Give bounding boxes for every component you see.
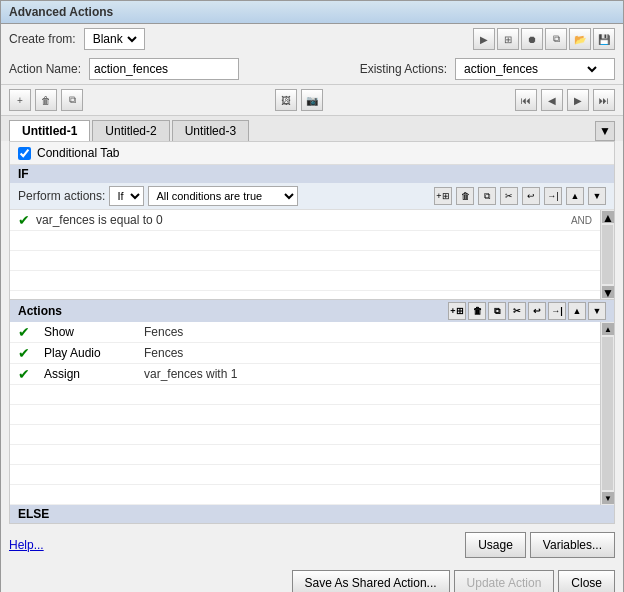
add-table-icon[interactable]: ⊞	[497, 28, 519, 50]
perform-label: Perform actions:	[18, 189, 105, 203]
act-scrollbar-up[interactable]: ▲	[602, 323, 614, 335]
act-cut-icon[interactable]: ✂	[508, 302, 526, 320]
screenshot-button[interactable]: 🖼	[275, 89, 297, 111]
action-name-row: Action Name: Existing Actions: action_fe…	[1, 54, 623, 84]
actions-scrollbar[interactable]: ▲ ▼	[600, 322, 614, 505]
add-button[interactable]: +	[9, 89, 31, 111]
play-icon[interactable]: ▶	[473, 28, 495, 50]
duplicate-button[interactable]: ⧉	[61, 89, 83, 111]
condition-text: var_fences is equal to 0	[36, 213, 571, 227]
perform-select[interactable]: If	[109, 186, 144, 206]
action-name-2: Assign	[44, 367, 144, 381]
conditions-list: ✔ var_fences is equal to 0 AND	[10, 210, 600, 299]
close-button[interactable]: Close	[558, 570, 615, 592]
act-add-icon[interactable]: +⊞	[448, 302, 466, 320]
cond-indent-icon[interactable]: →|	[544, 187, 562, 205]
create-from-label: Create from:	[9, 32, 76, 46]
action-check-0: ✔	[18, 324, 38, 340]
tab-dropdown-button[interactable]: ▼	[595, 121, 615, 141]
action-detail-2: var_fences with 1	[144, 367, 592, 381]
next-button[interactable]: ▶	[567, 89, 589, 111]
act-scrollbar-down[interactable]: ▼	[602, 492, 614, 504]
second-toolbar: + 🗑 ⧉ 🖼 📷 ⏮ ◀ ▶ ⏭	[1, 84, 623, 116]
update-action-button[interactable]: Update Action	[454, 570, 555, 592]
condition-check: ✔	[18, 212, 30, 228]
delete-button[interactable]: 🗑	[35, 89, 57, 111]
tab-untitled-2[interactable]: Untitled-2	[92, 120, 169, 141]
top-toolbar: Create from: Blank ▶ ⊞ ⏺ ⧉ 📂 💾	[1, 24, 623, 54]
conditional-tab-row: Conditional Tab	[10, 142, 614, 165]
condition-empty-1	[10, 231, 600, 251]
record-icon[interactable]: ⏺	[521, 28, 543, 50]
right-buttons: Usage Variables...	[465, 532, 615, 558]
action-empty-5	[10, 465, 600, 485]
scrollbar-up[interactable]: ▲	[602, 211, 614, 223]
first-button[interactable]: ⏮	[515, 89, 537, 111]
existing-actions-select[interactable]: action_fences	[455, 58, 615, 80]
condition-row: ✔ var_fences is equal to 0 AND	[10, 210, 600, 231]
conditional-tab-checkbox[interactable]	[18, 147, 31, 160]
cond-undo-icon[interactable]: ↩	[522, 187, 540, 205]
action-detail-1: Fences	[144, 346, 592, 360]
action-name-input[interactable]	[89, 58, 239, 80]
else-label: ELSE	[10, 505, 614, 523]
tab-untitled-1[interactable]: Untitled-1	[9, 120, 90, 141]
act-down-icon[interactable]: ▼	[588, 302, 606, 320]
tabs-area: Untitled-1 Untitled-2 Untitled-3 ▼	[1, 116, 623, 141]
create-from-select[interactable]: Blank	[84, 28, 145, 50]
perform-row: Perform actions: If All conditions are t…	[10, 183, 614, 210]
title-bar: Advanced Actions	[1, 1, 623, 24]
save-icon[interactable]: 💾	[593, 28, 615, 50]
top-icon-group: ▶ ⊞ ⏺ ⧉ 📂 💾	[473, 28, 615, 50]
act-copy-icon[interactable]: ⧉	[488, 302, 506, 320]
copy-icon[interactable]: ⧉	[545, 28, 567, 50]
left-buttons: Help...	[9, 538, 44, 552]
actions-list: ✔ Show Fences ✔ Play Audio Fences ✔ Assi…	[10, 322, 600, 505]
content-area: Conditional Tab IF Perform actions: If A…	[9, 141, 615, 524]
bottom-bar: Help... Usage Variables...	[1, 524, 623, 566]
action-detail-0: Fences	[144, 325, 592, 339]
save-shared-button[interactable]: Save As Shared Action...	[292, 570, 450, 592]
scrollbar-down[interactable]: ▼	[602, 286, 614, 298]
action-empty-1	[10, 385, 600, 405]
scrollbar-thumb[interactable]	[602, 225, 613, 284]
action-name-label: Action Name:	[9, 62, 81, 76]
cond-copy-icon[interactable]: ⧉	[478, 187, 496, 205]
action-empty-2	[10, 405, 600, 425]
action-row-0: ✔ Show Fences	[10, 322, 600, 343]
variables-button[interactable]: Variables...	[530, 532, 615, 558]
cond-down-icon[interactable]: ▼	[588, 187, 606, 205]
help-link[interactable]: Help...	[9, 538, 44, 552]
action-check-1: ✔	[18, 345, 38, 361]
cond-add-icon[interactable]: +⊞	[434, 187, 452, 205]
conditions-area: ✔ var_fences is equal to 0 AND ▲ ▼	[10, 210, 614, 300]
act-scrollbar-thumb[interactable]	[602, 337, 613, 490]
cond-delete-icon[interactable]: 🗑	[456, 187, 474, 205]
last-button[interactable]: ⏭	[593, 89, 615, 111]
condition-logic: AND	[571, 215, 592, 226]
folder-icon[interactable]: 📂	[569, 28, 591, 50]
tab-untitled-3[interactable]: Untitled-3	[172, 120, 249, 141]
act-delete-icon[interactable]: 🗑	[468, 302, 486, 320]
act-undo-icon[interactable]: ↩	[528, 302, 546, 320]
camera-button[interactable]: 📷	[301, 89, 323, 111]
actions-icon-group: +⊞ 🗑 ⧉ ✂ ↩ →| ▲ ▼	[448, 302, 606, 320]
create-from-dropdown[interactable]: Blank	[89, 31, 140, 47]
conditions-select[interactable]: All conditions are true	[148, 186, 298, 206]
existing-actions-dropdown[interactable]: action_fences	[460, 61, 600, 77]
action-check-2: ✔	[18, 366, 38, 382]
conditional-tab-label: Conditional Tab	[37, 146, 120, 160]
cond-up-icon[interactable]: ▲	[566, 187, 584, 205]
condition-empty-2	[10, 251, 600, 271]
bottom-action-buttons: Save As Shared Action... Update Action C…	[1, 566, 623, 592]
condition-empty-3	[10, 271, 600, 291]
cond-cut-icon[interactable]: ✂	[500, 187, 518, 205]
prev-button[interactable]: ◀	[541, 89, 563, 111]
usage-button[interactable]: Usage	[465, 532, 526, 558]
act-up-icon[interactable]: ▲	[568, 302, 586, 320]
act-indent-icon[interactable]: →|	[548, 302, 566, 320]
action-row-2: ✔ Assign var_fences with 1	[10, 364, 600, 385]
action-empty-3	[10, 425, 600, 445]
conditions-scrollbar[interactable]: ▲ ▼	[600, 210, 614, 299]
actions-label: Actions	[18, 304, 62, 318]
